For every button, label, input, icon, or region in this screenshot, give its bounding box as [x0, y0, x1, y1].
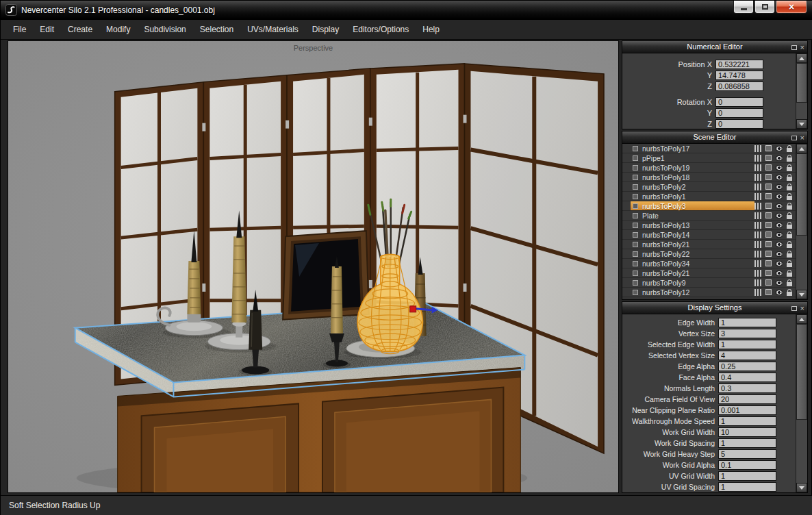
scene-object-main[interactable]: pPipe1	[631, 153, 754, 162]
close-panel-icon[interactable]: ×	[800, 134, 804, 142]
setting-input[interactable]	[718, 373, 776, 382]
numeric-input[interactable]	[715, 97, 763, 107]
setting-input[interactable]	[718, 394, 776, 404]
setting-input[interactable]	[718, 471, 776, 481]
visibility-toggle-icon[interactable]	[775, 184, 783, 190]
material-slots-icon[interactable]	[754, 289, 762, 296]
scene-object-row[interactable]: nurbsToPoly17	[622, 144, 796, 153]
lock-toggle-icon[interactable]	[787, 158, 792, 162]
scroll-thumb[interactable]	[796, 153, 807, 236]
detach-panel-icon[interactable]	[791, 45, 797, 50]
scroll-up-button[interactable]	[796, 53, 807, 63]
maximize-button[interactable]	[754, 1, 775, 14]
scroll-down-button[interactable]	[796, 290, 807, 299]
menu-item[interactable]: Create	[61, 20, 99, 39]
render-toggle-icon[interactable]	[765, 260, 772, 266]
material-slots-icon[interactable]	[754, 155, 762, 162]
scene-object-row[interactable]: nurbsToPoly14	[622, 230, 796, 240]
setting-input[interactable]	[718, 460, 776, 470]
scroll-up-button[interactable]	[796, 144, 807, 153]
render-toggle-icon[interactable]	[765, 212, 772, 218]
visibility-toggle-icon[interactable]	[775, 175, 783, 180]
lock-toggle-icon[interactable]	[787, 148, 792, 152]
scene-object-main[interactable]: nurbsToPoly3	[631, 201, 754, 210]
render-toggle-icon[interactable]	[765, 241, 772, 247]
title-bar[interactable]: Nevercenter Silo 2.1 Professional - cand…	[1, 1, 812, 20]
setting-input[interactable]	[718, 384, 776, 393]
setting-input[interactable]	[718, 329, 776, 338]
setting-input[interactable]	[718, 438, 776, 448]
setting-input[interactable]	[718, 416, 776, 426]
scene-object-row[interactable]: nurbsToPoly18	[622, 173, 796, 182]
viewport-3d[interactable]: Perspective	[8, 40, 619, 493]
render-toggle-icon[interactable]	[765, 231, 772, 238]
lock-toggle-icon[interactable]	[787, 205, 792, 210]
lock-toggle-icon[interactable]	[787, 273, 792, 277]
scene-object-main[interactable]: Plate	[631, 211, 754, 220]
lock-toggle-icon[interactable]	[787, 186, 792, 190]
scene-object-main[interactable]: nurbsToPoly2	[631, 182, 754, 191]
detach-panel-icon[interactable]	[791, 306, 797, 311]
scene-object-row[interactable]: nurbsToPoly1	[622, 192, 796, 201]
detach-panel-icon[interactable]	[791, 136, 797, 140]
scene-object-main[interactable]: nurbsToPoly12	[631, 288, 754, 297]
menu-item[interactable]: Editors/Options	[346, 20, 416, 39]
scene-object-row[interactable]: nurbsToPoly3	[622, 201, 796, 211]
setting-input[interactable]	[718, 405, 776, 415]
scene-object-row[interactable]: nurbsToPoly21	[622, 268, 796, 278]
menu-item[interactable]: Display	[305, 20, 346, 39]
scene-object-row[interactable]: Plate	[622, 211, 796, 221]
material-slots-icon[interactable]	[754, 164, 762, 171]
scene-object-row[interactable]: nurbsToPoly2	[622, 182, 796, 192]
scroll-down-button[interactable]	[796, 483, 807, 492]
visibility-toggle-icon[interactable]	[775, 280, 783, 286]
close-panel-icon[interactable]: ×	[800, 305, 804, 312]
setting-input[interactable]	[718, 351, 776, 360]
material-slots-icon[interactable]	[754, 251, 762, 258]
setting-input[interactable]	[718, 427, 776, 437]
scene-editor-header[interactable]: Scene Editor ×	[622, 131, 807, 144]
scroll-track[interactable]	[796, 324, 807, 483]
mirror-frame[interactable]	[283, 231, 369, 320]
scene-editor-scrollbar[interactable]	[796, 144, 807, 299]
scene-object-main[interactable]: nurbsToPoly13	[631, 221, 754, 229]
material-slots-icon[interactable]	[754, 184, 762, 190]
menu-item[interactable]: Help	[416, 20, 446, 39]
lock-toggle-icon[interactable]	[787, 177, 792, 181]
visibility-toggle-icon[interactable]	[775, 290, 783, 295]
material-slots-icon[interactable]	[754, 174, 762, 181]
menu-item[interactable]: Subdivision	[137, 20, 192, 39]
lock-toggle-icon[interactable]	[787, 167, 792, 171]
scene-object-main[interactable]: nurbsToPoly14	[631, 230, 754, 239]
visibility-toggle-icon[interactable]	[775, 242, 783, 247]
lock-toggle-icon[interactable]	[787, 282, 792, 286]
scroll-track[interactable]	[796, 63, 807, 119]
material-slots-icon[interactable]	[754, 241, 762, 248]
scene-object-main[interactable]: nurbsToPoly17	[631, 144, 754, 153]
visibility-toggle-icon[interactable]	[775, 165, 783, 171]
scene-object-main[interactable]: nurbsToPoly21	[631, 268, 754, 277]
render-toggle-icon[interactable]	[765, 222, 772, 228]
material-slots-icon[interactable]	[754, 231, 762, 238]
display-settings-header[interactable]: Display Settings ×	[622, 302, 807, 314]
scroll-thumb[interactable]	[796, 324, 807, 420]
display-settings-scrollbar[interactable]	[796, 314, 807, 492]
scene-object-main[interactable]: nurbsToPoly18	[631, 173, 754, 181]
scene-object-main[interactable]: nurbsToPoly21	[631, 240, 754, 249]
render-toggle-icon[interactable]	[765, 270, 772, 276]
table[interactable]	[70, 299, 529, 492]
render-toggle-icon[interactable]	[765, 203, 772, 209]
render-toggle-icon[interactable]	[765, 145, 772, 151]
render-toggle-icon[interactable]	[765, 193, 772, 199]
numeric-input[interactable]	[715, 119, 763, 129]
numeric-input[interactable]	[715, 81, 763, 91]
visibility-toggle-icon[interactable]	[775, 261, 783, 266]
visibility-toggle-icon[interactable]	[775, 223, 783, 228]
close-panel-icon[interactable]: ×	[800, 44, 804, 51]
scene-object-row[interactable]: pPipe1	[622, 153, 796, 163]
visibility-toggle-icon[interactable]	[775, 194, 783, 199]
render-toggle-icon[interactable]	[765, 155, 772, 161]
material-slots-icon[interactable]	[754, 270, 762, 277]
material-slots-icon[interactable]	[754, 203, 762, 210]
scene-object-row[interactable]: nurbsToPoly9	[622, 278, 796, 288]
